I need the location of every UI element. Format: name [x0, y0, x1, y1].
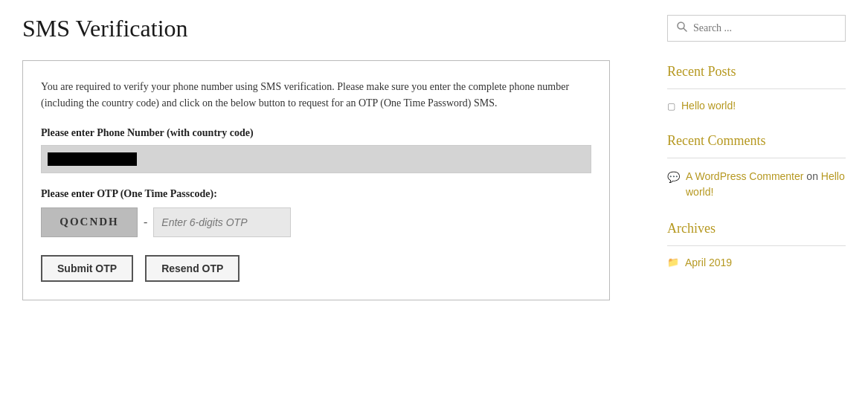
archives-title: Archives — [667, 221, 846, 236]
page-title: SMS Verification — [22, 15, 637, 42]
search-icon — [677, 22, 687, 35]
phone-input-container[interactable] — [41, 145, 591, 173]
resend-otp-button[interactable]: Resend OTP — [145, 255, 239, 282]
recent-comments-divider — [667, 158, 846, 158]
post-link[interactable]: Hello world! — [681, 100, 736, 112]
verification-box: You are required to verify your phone nu… — [22, 60, 610, 300]
post-icon: ▢ — [667, 101, 675, 112]
search-box[interactable] — [667, 15, 846, 42]
otp-label: Please enter OTP (One Time Passcode): — [41, 188, 591, 200]
search-input[interactable] — [693, 22, 836, 34]
post-item: ▢ Hello world! — [667, 100, 846, 112]
archives-divider — [667, 245, 846, 246]
recent-comments-title: Recent Comments — [667, 133, 846, 149]
otp-dash: - — [144, 216, 147, 229]
recent-posts-title: Recent Posts — [667, 64, 846, 80]
description-text: You are required to verify your phone nu… — [41, 79, 591, 112]
otp-row: QOCNDH - — [41, 207, 591, 237]
phone-label: Please enter Phone Number (with country … — [41, 127, 591, 139]
svg-point-0 — [678, 22, 684, 29]
button-row: Submit OTP Resend OTP — [41, 255, 591, 282]
comment-item: 💬 A WordPress Commenter on Hello world! — [667, 169, 846, 200]
recent-posts-section: Recent Posts ▢ Hello world! — [667, 64, 846, 112]
comment-author-link[interactable]: A WordPress Commenter — [686, 170, 803, 182]
submit-otp-button[interactable]: Submit OTP — [41, 255, 133, 282]
phone-input-value — [48, 152, 137, 166]
captcha-box: QOCNDH — [41, 207, 138, 237]
sidebar: Recent Posts ▢ Hello world! Recent Comme… — [667, 15, 846, 300]
main-content: SMS Verification You are required to ver… — [22, 15, 637, 300]
archives-section: Archives 📁 April 2019 — [667, 221, 846, 268]
comment-icon: 💬 — [667, 171, 680, 184]
recent-comments-section: Recent Comments 💬 A WordPress Commenter … — [667, 133, 846, 200]
comment-separator: on — [803, 170, 820, 182]
recent-posts-divider — [667, 88, 846, 89]
svg-line-1 — [684, 28, 687, 31]
page-wrapper: SMS Verification You are required to ver… — [0, 0, 868, 315]
otp-input[interactable] — [153, 207, 291, 237]
archive-link[interactable]: April 2019 — [685, 257, 732, 268]
captcha-text: QOCNDH — [60, 216, 119, 228]
comment-text: A WordPress Commenter on Hello world! — [686, 169, 846, 200]
archive-folder-icon: 📁 — [667, 257, 679, 268]
archive-item: 📁 April 2019 — [667, 257, 846, 268]
